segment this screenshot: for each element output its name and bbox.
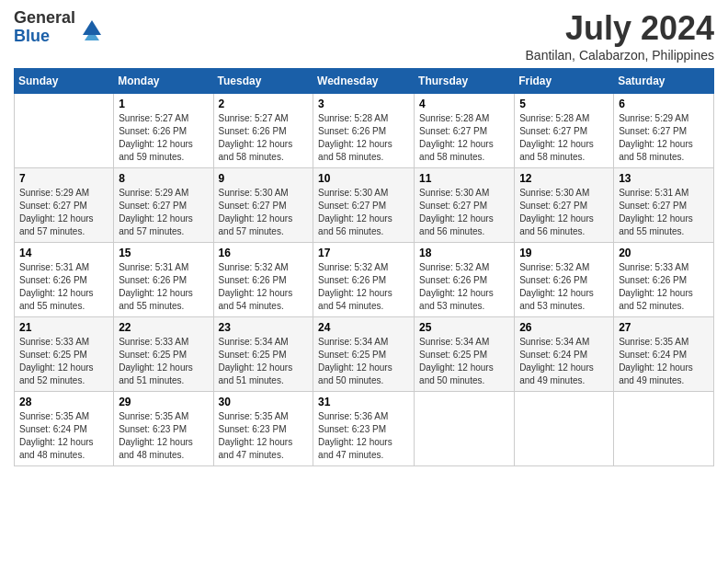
day-info: Sunrise: 5:32 AM Sunset: 6:26 PM Dayligh… — [219, 261, 309, 313]
day-info: Sunrise: 5:28 AM Sunset: 6:27 PM Dayligh… — [419, 112, 509, 164]
day-info: Sunrise: 5:36 AM Sunset: 6:23 PM Dayligh… — [318, 410, 409, 462]
day-number: 25 — [419, 321, 509, 334]
day-info: Sunrise: 5:30 AM Sunset: 6:27 PM Dayligh… — [519, 187, 609, 238]
day-number: 20 — [619, 247, 709, 259]
day-number: 1 — [119, 98, 208, 110]
calendar-cell: 25Sunrise: 5:34 AM Sunset: 6:25 PM Dayli… — [415, 317, 515, 392]
day-number: 18 — [419, 247, 509, 259]
day-number: 8 — [119, 172, 208, 185]
calendar-cell: 15Sunrise: 5:31 AM Sunset: 6:26 PM Dayli… — [114, 243, 213, 317]
calendar-cell: 12Sunrise: 5:30 AM Sunset: 6:27 PM Dayli… — [515, 168, 614, 243]
day-info: Sunrise: 5:28 AM Sunset: 6:27 PM Dayligh… — [519, 112, 609, 164]
calendar-cell: 24Sunrise: 5:34 AM Sunset: 6:25 PM Dayli… — [313, 317, 415, 392]
day-number: 6 — [619, 98, 709, 110]
day-number: 17 — [318, 247, 409, 259]
day-number: 11 — [419, 172, 509, 185]
day-number: 24 — [318, 321, 409, 334]
month-title: July 2024 — [526, 9, 714, 48]
day-info: Sunrise: 5:34 AM Sunset: 6:24 PM Dayligh… — [519, 336, 609, 387]
day-number: 29 — [119, 396, 208, 408]
day-info: Sunrise: 5:32 AM Sunset: 6:26 PM Dayligh… — [519, 261, 609, 313]
day-info: Sunrise: 5:35 AM Sunset: 6:24 PM Dayligh… — [619, 336, 709, 387]
calendar-cell: 29Sunrise: 5:35 AM Sunset: 6:23 PM Dayli… — [114, 392, 213, 466]
day-info: Sunrise: 5:28 AM Sunset: 6:26 PM Dayligh… — [318, 112, 409, 164]
calendar-cell: 6Sunrise: 5:29 AM Sunset: 6:27 PM Daylig… — [614, 94, 714, 168]
day-info: Sunrise: 5:33 AM Sunset: 6:25 PM Dayligh… — [19, 336, 108, 387]
day-number: 9 — [219, 172, 309, 185]
calendar-cell: 1Sunrise: 5:27 AM Sunset: 6:26 PM Daylig… — [114, 94, 213, 168]
calendar-cell: 27Sunrise: 5:35 AM Sunset: 6:24 PM Dayli… — [614, 317, 714, 392]
day-info: Sunrise: 5:33 AM Sunset: 6:25 PM Dayligh… — [119, 336, 208, 387]
calendar-cell: 10Sunrise: 5:30 AM Sunset: 6:27 PM Dayli… — [313, 168, 415, 243]
calendar-cell: 19Sunrise: 5:32 AM Sunset: 6:26 PM Dayli… — [515, 243, 614, 317]
day-info: Sunrise: 5:35 AM Sunset: 6:23 PM Dayligh… — [119, 410, 208, 462]
svg-marker-0 — [83, 20, 101, 35]
day-number: 22 — [119, 321, 208, 334]
day-number: 26 — [519, 321, 609, 334]
calendar-cell: 2Sunrise: 5:27 AM Sunset: 6:26 PM Daylig… — [213, 94, 313, 168]
day-number: 12 — [519, 172, 609, 185]
calendar-cell: 4Sunrise: 5:28 AM Sunset: 6:27 PM Daylig… — [415, 94, 515, 168]
day-of-week-header: Wednesday — [313, 69, 415, 94]
day-number: 23 — [219, 321, 309, 334]
calendar-cell — [515, 392, 614, 466]
calendar-cell: 5Sunrise: 5:28 AM Sunset: 6:27 PM Daylig… — [515, 94, 614, 168]
day-number: 4 — [419, 98, 509, 110]
day-number: 10 — [318, 172, 409, 185]
calendar-cell: 30Sunrise: 5:35 AM Sunset: 6:23 PM Dayli… — [213, 392, 313, 466]
day-info: Sunrise: 5:27 AM Sunset: 6:26 PM Dayligh… — [219, 112, 309, 164]
day-info: Sunrise: 5:35 AM Sunset: 6:24 PM Dayligh… — [19, 410, 108, 462]
day-number: 13 — [619, 172, 709, 185]
day-number: 19 — [519, 247, 609, 259]
day-number: 16 — [219, 247, 309, 259]
calendar-cell — [15, 94, 114, 168]
day-info: Sunrise: 5:35 AM Sunset: 6:23 PM Dayligh… — [219, 410, 309, 462]
day-number: 27 — [619, 321, 709, 334]
day-info: Sunrise: 5:31 AM Sunset: 6:26 PM Dayligh… — [19, 261, 108, 313]
calendar-cell: 21Sunrise: 5:33 AM Sunset: 6:25 PM Dayli… — [15, 317, 114, 392]
day-of-week-header: Tuesday — [213, 69, 313, 94]
calendar-cell: 14Sunrise: 5:31 AM Sunset: 6:26 PM Dayli… — [15, 243, 114, 317]
calendar-cell: 22Sunrise: 5:33 AM Sunset: 6:25 PM Dayli… — [114, 317, 213, 392]
day-info: Sunrise: 5:29 AM Sunset: 6:27 PM Dayligh… — [19, 187, 108, 238]
title-section: July 2024 Bantilan, Calabarzon, Philippi… — [526, 9, 714, 63]
calendar-cell: 18Sunrise: 5:32 AM Sunset: 6:26 PM Dayli… — [415, 243, 515, 317]
day-info: Sunrise: 5:30 AM Sunset: 6:27 PM Dayligh… — [219, 187, 309, 238]
calendar-cell: 9Sunrise: 5:30 AM Sunset: 6:27 PM Daylig… — [213, 168, 313, 243]
day-of-week-header: Saturday — [614, 69, 714, 94]
day-info: Sunrise: 5:30 AM Sunset: 6:27 PM Dayligh… — [318, 187, 409, 238]
calendar-body: 1Sunrise: 5:27 AM Sunset: 6:26 PM Daylig… — [15, 94, 714, 466]
day-info: Sunrise: 5:27 AM Sunset: 6:26 PM Dayligh… — [119, 112, 208, 164]
calendar-cell: 28Sunrise: 5:35 AM Sunset: 6:24 PM Dayli… — [15, 392, 114, 466]
day-number: 3 — [318, 98, 409, 110]
day-number: 2 — [219, 98, 309, 110]
calendar-cell: 11Sunrise: 5:30 AM Sunset: 6:27 PM Dayli… — [415, 168, 515, 243]
day-info: Sunrise: 5:32 AM Sunset: 6:26 PM Dayligh… — [318, 261, 409, 313]
day-info: Sunrise: 5:29 AM Sunset: 6:27 PM Dayligh… — [619, 112, 709, 164]
calendar-cell: 3Sunrise: 5:28 AM Sunset: 6:26 PM Daylig… — [313, 94, 415, 168]
day-of-week-header: Friday — [515, 69, 614, 94]
calendar-cell: 26Sunrise: 5:34 AM Sunset: 6:24 PM Dayli… — [515, 317, 614, 392]
calendar-cell: 31Sunrise: 5:36 AM Sunset: 6:23 PM Dayli… — [313, 392, 415, 466]
day-of-week-header: Thursday — [415, 69, 515, 94]
day-info: Sunrise: 5:34 AM Sunset: 6:25 PM Dayligh… — [318, 336, 409, 387]
page-header: General Blue July 2024 Bantilan, Calabar… — [14, 9, 714, 63]
day-info: Sunrise: 5:29 AM Sunset: 6:27 PM Dayligh… — [119, 187, 208, 238]
day-info: Sunrise: 5:32 AM Sunset: 6:26 PM Dayligh… — [419, 261, 509, 313]
calendar-week-row: 21Sunrise: 5:33 AM Sunset: 6:25 PM Dayli… — [15, 317, 714, 392]
day-number: 15 — [119, 247, 208, 259]
logo-icon — [79, 15, 105, 40]
day-info: Sunrise: 5:34 AM Sunset: 6:25 PM Dayligh… — [219, 336, 309, 387]
day-number: 31 — [318, 396, 409, 408]
calendar-week-row: 7Sunrise: 5:29 AM Sunset: 6:27 PM Daylig… — [15, 168, 714, 243]
calendar-week-row: 1Sunrise: 5:27 AM Sunset: 6:26 PM Daylig… — [15, 94, 714, 168]
calendar-week-row: 28Sunrise: 5:35 AM Sunset: 6:24 PM Dayli… — [15, 392, 714, 466]
day-of-week-header: Monday — [114, 69, 213, 94]
day-number: 30 — [219, 396, 309, 408]
calendar-cell: 17Sunrise: 5:32 AM Sunset: 6:26 PM Dayli… — [313, 243, 415, 317]
day-of-week-header: Sunday — [15, 69, 114, 94]
calendar-cell: 16Sunrise: 5:32 AM Sunset: 6:26 PM Dayli… — [213, 243, 313, 317]
calendar-cell: 23Sunrise: 5:34 AM Sunset: 6:25 PM Dayli… — [213, 317, 313, 392]
day-number: 7 — [19, 172, 108, 185]
day-info: Sunrise: 5:30 AM Sunset: 6:27 PM Dayligh… — [419, 187, 509, 238]
